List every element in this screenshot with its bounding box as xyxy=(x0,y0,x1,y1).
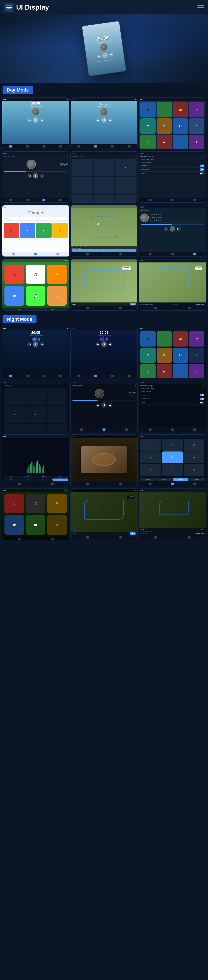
nav-icon-2a[interactable] xyxy=(77,145,80,148)
auto-connect-toggle[interactable] xyxy=(200,169,204,171)
night-mini-prev[interactable]: ◀ xyxy=(196,532,198,535)
arrow-up[interactable]: ↑ xyxy=(162,439,183,450)
ios-app-podcast[interactable]: 🎙 xyxy=(47,264,67,285)
nav-8a[interactable] xyxy=(86,253,89,255)
app-7[interactable]: BT xyxy=(173,118,188,134)
nav-n5a[interactable] xyxy=(80,428,83,431)
num-2[interactable]: 2 xyxy=(94,159,114,176)
night-auto-answer-toggle[interactable] xyxy=(200,394,204,396)
num-7[interactable]: 7 xyxy=(72,195,93,202)
num-5[interactable]: 5 xyxy=(94,177,114,194)
nav-10b[interactable] xyxy=(51,309,54,310)
ios-app-phone[interactable]: 📞 xyxy=(5,264,24,285)
app-10[interactable]: ▶ xyxy=(157,135,172,149)
night-app-9[interactable]: 🌐 xyxy=(140,364,156,378)
night-next-1[interactable]: ▶▶ xyxy=(40,342,44,346)
arrow-br[interactable]: ↘ xyxy=(184,464,204,476)
app-2[interactable]: 🎵 xyxy=(157,102,172,117)
night-app-10[interactable]: ▶ xyxy=(157,364,172,378)
nav-n9b[interactable] xyxy=(171,482,174,485)
eq-preset-5[interactable]: JAZZ xyxy=(3,479,19,480)
nav-7a[interactable] xyxy=(12,253,15,255)
ios-app-weather[interactable]: ☀ xyxy=(47,286,67,305)
app-1[interactable]: 📱 xyxy=(140,102,156,117)
nav-n6a[interactable] xyxy=(148,428,151,431)
eq-preset-4[interactable]: POP xyxy=(52,476,68,478)
launcher-app-2[interactable]: 🗺 xyxy=(20,223,35,238)
nav-n9a[interactable] xyxy=(148,482,151,485)
night-num-4[interactable]: 4 xyxy=(4,406,25,423)
nav-n10b[interactable] xyxy=(51,538,54,539)
hero-play-btn[interactable]: ⏸ xyxy=(102,52,108,59)
night-mini-next[interactable]: ▶▶ xyxy=(201,532,204,535)
nav-11a[interactable] xyxy=(86,307,89,309)
night-ios-app-maps[interactable]: 🗺 xyxy=(5,515,24,535)
num-3[interactable]: 3 xyxy=(115,159,136,176)
auto-answer-toggle[interactable] xyxy=(200,165,204,167)
night-num-3[interactable]: 3 xyxy=(47,388,67,405)
night-app-1[interactable]: 📱 xyxy=(140,331,156,347)
arrow-right[interactable]: → xyxy=(184,452,204,463)
mini-prev[interactable]: ◀ xyxy=(196,303,198,305)
night-app-12[interactable]: 🎙 xyxy=(189,364,204,378)
mini-play[interactable]: ▶ xyxy=(199,303,200,305)
arrow-center[interactable]: ⊙ xyxy=(162,452,183,463)
nav-9a[interactable] xyxy=(148,253,151,255)
nav-4b[interactable] xyxy=(26,199,29,201)
app-8[interactable]: 📷 xyxy=(189,118,204,134)
nav-n11a[interactable] xyxy=(86,536,89,539)
go-button[interactable]: GO xyxy=(72,249,136,251)
arrow-tl[interactable]: ↖ xyxy=(140,439,161,450)
night-num-2[interactable]: 2 xyxy=(25,388,46,405)
night-num-8[interactable]: 8 xyxy=(25,424,46,432)
bt-play[interactable]: ⏸ xyxy=(33,173,38,178)
mini-next[interactable]: ▶▶ xyxy=(201,303,204,305)
nav-9b[interactable] xyxy=(171,253,174,255)
night-ios-app-weather[interactable]: ☀ xyxy=(47,515,67,535)
nav-n1b[interactable] xyxy=(26,375,29,377)
eq-preset-3[interactable]: ROCK xyxy=(36,476,52,478)
nav-n12b[interactable] xyxy=(188,536,191,539)
night-flower-toggle[interactable] xyxy=(200,401,204,404)
func-btn-1[interactable]: HOME xyxy=(140,478,156,480)
num-1[interactable]: 1 xyxy=(72,159,93,176)
night-num-9[interactable]: 9 xyxy=(47,424,67,432)
launcher-app-4[interactable]: 🎵 xyxy=(52,223,68,238)
ios-app-music[interactable]: 🎵 xyxy=(26,264,46,285)
nav-icon-1b[interactable] xyxy=(26,145,29,148)
night-ios-app-messages[interactable]: 💬 xyxy=(26,515,46,535)
num-4[interactable]: 4 xyxy=(72,177,93,194)
eq-preset-8[interactable]: CUST xyxy=(52,479,68,480)
arrow-tr[interactable]: ↗ xyxy=(184,439,204,450)
night-num-1[interactable]: 1 xyxy=(4,388,25,405)
night-prev-1[interactable]: ◀◀ xyxy=(27,342,31,346)
menu-button[interactable] xyxy=(197,5,204,10)
night-bt-prev[interactable]: ◀◀ xyxy=(96,403,99,407)
nav-8b[interactable] xyxy=(119,253,122,255)
arrow-bl[interactable]: ↙ xyxy=(140,464,161,476)
prev-btn-1[interactable]: ◀◀ xyxy=(27,118,31,122)
nav-n9c[interactable] xyxy=(193,482,196,485)
nav-n5c[interactable] xyxy=(125,428,128,431)
nav-4a[interactable] xyxy=(9,199,12,201)
night-num-7[interactable]: 7 xyxy=(4,424,25,432)
func-btn-3[interactable]: ENTER xyxy=(173,478,189,480)
night-ios-app-music[interactable]: 🎵 xyxy=(26,494,46,514)
nav-6b[interactable] xyxy=(171,199,174,201)
nav-n8b[interactable] xyxy=(119,482,122,485)
night-play-1[interactable]: ⏸ xyxy=(33,341,38,347)
night-app-3[interactable]: 📻 xyxy=(173,331,188,347)
night-app-5[interactable]: 🗺 xyxy=(140,348,156,363)
eq-preset-6[interactable]: CLAS xyxy=(19,479,35,480)
night-bt-next[interactable]: ▶▶ xyxy=(109,403,112,407)
nav-icon-2d[interactable] xyxy=(128,145,131,148)
flower-toggle[interactable] xyxy=(200,172,204,175)
app-12[interactable]: 🎙 xyxy=(189,135,204,149)
nav-n1c[interactable] xyxy=(43,375,46,377)
app-4[interactable]: ⚙ xyxy=(189,102,204,117)
prev-btn-2[interactable]: ◀◀ xyxy=(96,118,99,122)
arrow-left[interactable]: ← xyxy=(140,452,161,463)
night-prev-2[interactable]: ◀◀ xyxy=(96,342,99,346)
nav-4d[interactable] xyxy=(59,199,62,201)
launcher-app-3[interactable]: ▶ xyxy=(36,223,52,238)
